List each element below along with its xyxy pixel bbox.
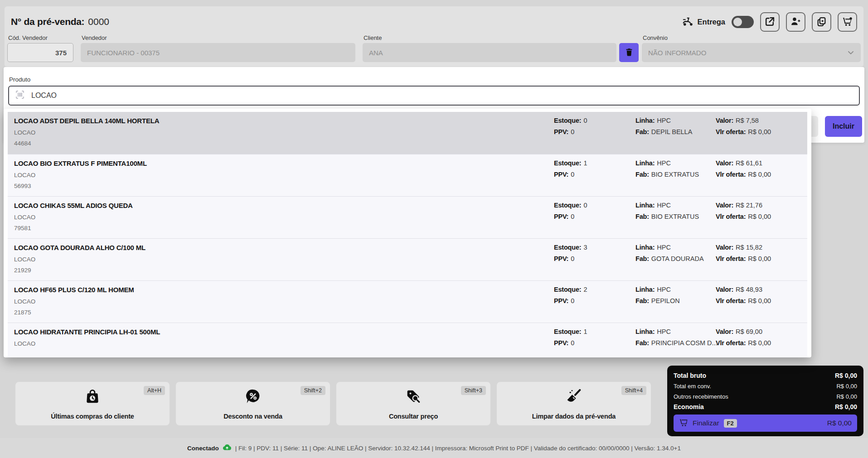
total-conv-row: Total em conv. R$ 0,00 [674, 381, 857, 391]
pos-presale-screen: N° da pré-venda:0000 Entrega [0, 0, 868, 458]
product-result-row[interactable]: LOCAO ADST DEPIL BELLA 140ML HORTELA LOC… [8, 112, 807, 154]
cliente-label: Cliente [364, 34, 382, 41]
presale-header: N° da pré-venda:0000 Entrega [5, 6, 863, 67]
chevron-down-icon [846, 43, 855, 62]
product-code: 21929 [14, 267, 31, 274]
total-label: Total em conv. [674, 381, 711, 391]
cliente-input[interactable]: ANA [363, 43, 616, 62]
limpar-dados-button[interactable]: Shift+4 Limpar dados da pré-venda [497, 382, 651, 425]
total-value: R$ 0,00 [836, 381, 857, 391]
product-result-row[interactable]: LOCAO GOTA DOURADA ALHO C/100 ML LOCAO 2… [8, 238, 807, 280]
action-label: Desconto na venda [176, 413, 330, 420]
field-convenio: Convênio NÃO INFORMADO [642, 6, 861, 67]
outros-recebimentos-row: Outros recebimentos R$ 0,00 [674, 391, 857, 402]
vendedor-label: Vendedor [82, 34, 107, 41]
product-category: LOCAO [14, 298, 35, 305]
cod-vendedor-input[interactable]: 375 [7, 43, 73, 62]
product-result-row[interactable]: LOCAO HF65 PLUS C/120 ML HOMEM LOCAO 218… [8, 280, 807, 323]
convenio-value: NÃO INFORMADO [648, 49, 706, 57]
product-result-row[interactable]: LOCAO BIO EXTRATUS F PIMENTA100ML LOCAO … [8, 154, 807, 196]
shortcut-badge: Shift+4 [621, 386, 646, 395]
action-label: Consultar preço [336, 413, 490, 420]
totals-panel: Total bruto R$ 0,00 Total em conv. R$ 0,… [667, 366, 863, 436]
finalizar-button[interactable]: Finalizar F2 R$ 0,00 [674, 415, 857, 432]
product-name: LOCAO CHIKAS 55ML ADIOS QUEDA [14, 202, 133, 209]
product-category: LOCAO [14, 172, 35, 178]
product-code: 56993 [14, 183, 31, 189]
total-value: R$ 0,00 [835, 402, 857, 412]
product-search-input[interactable] [31, 92, 853, 100]
product-search-box [8, 86, 860, 106]
product-name: LOCAO ADST DEPIL BELLA 140ML HORTELA [14, 117, 159, 125]
produto-label: Produto [9, 76, 30, 83]
product-result-row[interactable]: LOCAO HIDRATANTE PRINCIPIA LH-01 500ML L… [8, 323, 807, 357]
f2-shortcut-badge: F2 [724, 419, 737, 428]
cart-icon [679, 418, 688, 429]
total-bruto-row: Total bruto R$ 0,00 [674, 371, 857, 381]
desconto-venda-button[interactable]: Shift+2 Desconto na venda [176, 382, 330, 425]
total-value: R$ 0,00 [836, 391, 857, 402]
product-name: LOCAO HF65 PLUS C/120 ML HOMEM [14, 286, 134, 294]
clear-cliente-button[interactable] [619, 43, 639, 62]
cod-vendedor-label: Cód. Vendedor [8, 34, 48, 41]
product-category: LOCAO [14, 214, 35, 221]
product-category: LOCAO [14, 256, 35, 263]
product-code: 44684 [14, 140, 31, 147]
convenio-select[interactable]: NÃO INFORMADO [642, 43, 861, 62]
barcode-icon [15, 89, 25, 102]
product-category: LOCAO [14, 340, 35, 347]
product-category: LOCAO [14, 129, 35, 136]
trash-icon [624, 47, 634, 58]
field-cliente: Cliente ANA [363, 6, 616, 67]
cloud-sync-icon [222, 443, 232, 454]
action-label: Limpar dados da pré-venda [497, 413, 651, 420]
total-label: Economia [674, 402, 704, 412]
status-info: | Fil: 9 | PDV: 11 | Série: 11 | Ope: AL… [235, 445, 681, 452]
finalizar-amount: R$ 0,00 [827, 419, 852, 427]
shortcut-badge: Shift+2 [301, 386, 325, 395]
total-value: R$ 0,00 [835, 371, 857, 381]
incluir-button[interactable]: Incluir [825, 116, 862, 137]
product-results-dropdown: LOCAO ADST DEPIL BELLA 140ML HORTELA LOC… [4, 109, 811, 357]
product-code: 79581 [14, 225, 31, 231]
convenio-label: Convênio [643, 34, 668, 41]
total-label: Outros recebimentos [674, 391, 728, 402]
product-name: LOCAO HIDRATANTE PRINCIPIA LH-01 500ML [14, 328, 160, 336]
shortcut-badge: Shift+3 [461, 386, 486, 395]
product-name: LOCAO GOTA DOURADA ALHO C/100 ML [14, 244, 145, 251]
action-label: Últimas compras do cliente [15, 413, 170, 420]
status-bar: Conectado | Fil: 9 | PDV: 11 | Série: 11… [0, 438, 868, 458]
product-name: LOCAO BIO EXTRATUS F PIMENTA100ML [14, 159, 147, 167]
economia-row: Economia R$ 0,00 [674, 402, 857, 412]
shortcut-badge: Alt+H [144, 386, 165, 395]
total-label: Total bruto [674, 371, 706, 381]
vendedor-input[interactable]: FUNCIONARIO - 00375 [81, 43, 355, 62]
product-code: 21875 [14, 309, 31, 316]
finalizar-label: Finalizar [693, 419, 719, 427]
consultar-preco-button[interactable]: Shift+3 Consultar preço [336, 382, 490, 425]
ultimas-compras-button[interactable]: Alt+H Últimas compras do cliente [15, 382, 170, 425]
connection-status: Conectado [187, 445, 219, 452]
field-cod-vendedor: Cód. Vendedor 375 [7, 6, 73, 67]
field-vendedor: Vendedor FUNCIONARIO - 00375 [81, 6, 355, 67]
product-result-row[interactable]: LOCAO CHIKAS 55ML ADIOS QUEDA LOCAO 7958… [8, 196, 807, 238]
